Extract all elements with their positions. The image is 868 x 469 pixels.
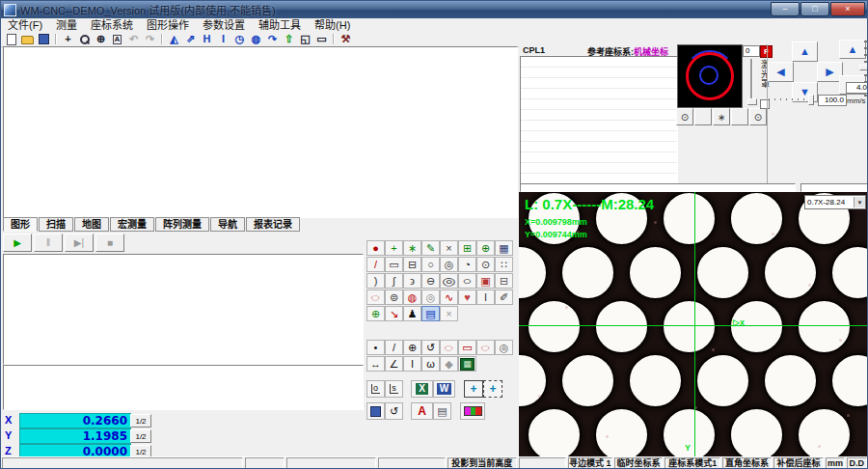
construct-ring-icon[interactable]: ◎ [495, 340, 513, 355]
status-cell[interactable]: mm [826, 457, 844, 469]
cross-point-tool-icon[interactable]: + [385, 240, 403, 256]
close-button[interactable]: × [830, 2, 865, 16]
slope-box-icon[interactable]: ◱ [297, 33, 313, 45]
tab-2[interactable]: 扫描 [39, 217, 73, 232]
construct-height-icon[interactable]: I [403, 356, 421, 372]
speed-slider[interactable] [769, 98, 811, 100]
ibeam-tool-icon[interactable]: I [476, 290, 495, 305]
lamp-blank1-button[interactable] [694, 108, 712, 125]
ellipse-arrow-tool-icon[interactable]: ⊖ [421, 273, 440, 289]
tab-7[interactable]: 报表记录 [246, 217, 300, 232]
zoom-icon[interactable] [76, 33, 93, 45]
construct-point-icon[interactable]: • [366, 340, 385, 355]
output-lo-icon[interactable]: o [366, 380, 385, 398]
save-file-icon[interactable] [36, 33, 52, 45]
ring-segment-tool-icon[interactable]: ◍ [403, 290, 421, 305]
laser-checkbox[interactable] [760, 99, 770, 109]
ring-light-icon[interactable]: ⊙ [676, 108, 693, 125]
menu-item-3[interactable]: 座标系统 [84, 18, 140, 32]
circle-target-tool-icon[interactable]: ◎ [440, 257, 458, 272]
circle-tool-icon[interactable]: ○ [421, 257, 440, 272]
open-file-icon[interactable] [19, 33, 36, 45]
message-panel[interactable] [3, 365, 364, 410]
arc-open-tool-icon[interactable]: ϶ [403, 273, 421, 289]
color-bars-icon[interactable] [460, 402, 485, 420]
pick-point-tool-icon[interactable]: ✎ [421, 240, 440, 256]
play-button[interactable]: ▶ [3, 234, 32, 252]
chevron-down-icon[interactable]: ▼ [854, 197, 865, 207]
star-point-tool-icon[interactable]: ∗ [403, 240, 421, 256]
delete-tool-icon[interactable]: × [440, 306, 458, 321]
half-button-Y[interactable]: 1/2 [130, 429, 151, 443]
status-cell[interactable]: 座标系模式1 [665, 457, 720, 469]
tab-1[interactable]: 图形 [3, 217, 38, 232]
angle-measure-icon[interactable]: ◭ [166, 33, 182, 45]
laser-slider[interactable] [747, 59, 755, 104]
speed-value[interactable]: 100.0 [818, 95, 847, 106]
point-tool-icon[interactable]: ● [366, 240, 385, 256]
ellipse-tool-icon[interactable]: ○ [458, 273, 476, 289]
target-dash-icon[interactable]: + [483, 380, 502, 398]
arc-tool-icon[interactable]: ) [366, 273, 385, 289]
construct-line-icon[interactable]: / [385, 340, 403, 355]
lamp-tool-icon[interactable]: ♟ [403, 306, 421, 321]
construct-circle-icon[interactable]: ⊕ [403, 340, 421, 355]
up-arrow-icon[interactable]: ⇧ [281, 33, 297, 45]
menu-item-5[interactable]: 参数设置 [196, 18, 252, 32]
line-tool-icon[interactable]: / [366, 257, 385, 272]
aperture-icon[interactable]: ∗ [713, 108, 730, 125]
tab-6[interactable]: 导航 [210, 217, 245, 232]
laser-value-input[interactable]: 0 [743, 45, 760, 57]
new-file-icon[interactable] [3, 33, 19, 45]
output-ls-icon[interactable]: s [385, 380, 403, 398]
construct-arc-icon[interactable]: ↺ [421, 340, 440, 355]
z-speed-slider-handle[interactable] [859, 65, 868, 70]
construct-contour-icon[interactable]: ω [421, 356, 440, 372]
minimize-button[interactable]: – [771, 2, 800, 16]
menu-item-2[interactable]: 测量 [49, 18, 84, 32]
cut-point-tool-icon[interactable]: × [440, 240, 458, 256]
height-measure-icon[interactable]: I [215, 33, 231, 45]
image-tool-icon[interactable]: ▦ [495, 240, 513, 256]
spot-light-icon[interactable]: ⊙ [749, 108, 767, 125]
tab-3[interactable]: 地图 [74, 217, 109, 232]
circle-dot-tool-icon[interactable]: ⊙ [476, 257, 495, 272]
arrow-dot-tool-icon[interactable]: ↘ [385, 306, 403, 321]
status-cell[interactable]: 临时坐标系 [614, 457, 663, 469]
ellipse-target-tool-icon[interactable]: ◎ [440, 273, 458, 289]
jog-up-button[interactable]: ▲ [792, 41, 818, 62]
pen-tool-icon[interactable]: ✐ [495, 290, 513, 305]
calculator-icon[interactable]: ▦ [458, 356, 476, 372]
tab-4[interactable]: 宏测量 [110, 217, 154, 232]
zoom-fit-icon[interactable]: ⊕ [93, 33, 109, 45]
ellipse-dashed-tool-icon[interactable]: ◌ [366, 290, 385, 305]
half-button-X[interactable]: 1/2 [130, 414, 151, 428]
move-arrows-icon[interactable]: ⇗ [182, 33, 199, 45]
ring-tool-icon[interactable]: ◎ [421, 290, 440, 305]
circle-time-icon[interactable]: ◷ [231, 33, 248, 45]
rect-slot-tool-icon[interactable]: ⊟ [495, 273, 513, 289]
redo-icon[interactable]: ↷ [142, 33, 158, 45]
construct-distance-icon[interactable]: ↔ [366, 356, 385, 372]
slot2-tool-icon[interactable]: ⊟ [403, 257, 421, 272]
pan-icon[interactable]: + [60, 33, 76, 45]
target-box-icon[interactable]: + [464, 380, 483, 398]
tab-5[interactable]: 阵列测量 [155, 217, 209, 232]
status-cell[interactable]: D.D [847, 457, 867, 469]
speed-slider-handle[interactable] [808, 95, 814, 105]
menu-item-4[interactable]: 图形操作 [140, 18, 196, 32]
circle-lobe-tool-icon[interactable]: ◔ [458, 257, 476, 272]
tools-icon[interactable]: ⚒ [338, 33, 354, 45]
z-speed-value[interactable]: 4.0 [846, 82, 868, 94]
box-icon[interactable]: ▭ [313, 33, 330, 45]
word-icon[interactable]: W [433, 380, 455, 398]
auto-a-icon[interactable]: A [109, 33, 125, 45]
rect-cross-tool-icon[interactable]: ⊞ [458, 240, 476, 256]
title-bar[interactable]: WM-CNC--DEMO_Version 试用版(内部使用,不能销售) – □ … [1, 1, 867, 18]
save-data-icon[interactable] [366, 402, 385, 420]
cpl-feature-list[interactable] [520, 56, 678, 184]
laser-slider-handle[interactable] [747, 98, 757, 105]
camera-view[interactable]: ▷x Y L: 0.7X------M:28.24 X=0.009798mm Y… [519, 192, 868, 458]
construct-rect-icon[interactable]: ▭ [458, 340, 476, 355]
status-cell[interactable]: 寻边模式 1 [568, 457, 612, 469]
